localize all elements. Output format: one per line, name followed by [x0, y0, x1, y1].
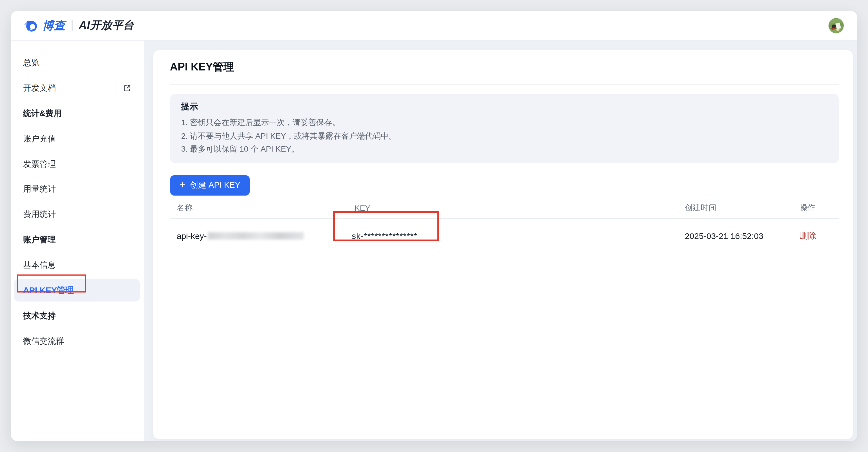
api-key-name-cell: api-key- [170, 231, 348, 241]
sidebar-item-账户充值[interactable]: 账户充值 [11, 126, 144, 151]
api-key-table: 名称 KEY 创建时间 操作 api-key-sk-**************… [170, 198, 839, 253]
sidebar-item-label: 技术支持 [23, 311, 56, 321]
sidebar-nav: 总览开发文档统计&费用账户充值发票管理用量统计费用统计账户管理基本信息API K… [11, 40, 144, 441]
plus-icon: + [180, 180, 185, 190]
sidebar-item-api-key管理[interactable]: API KEY管理 [14, 279, 140, 302]
main-panel: API KEY管理 提示 1. 密钥只会在新建后显示一次，请妥善保存。 2. 请… [153, 50, 852, 439]
tips-box: 提示 1. 密钥只会在新建后显示一次，请妥善保存。 2. 请不要与他人共享 AP… [170, 94, 839, 163]
col-header-action: 操作 [793, 203, 839, 213]
api-key-name-prefix: api-key- [177, 231, 207, 241]
sidebar-item-label: 用量统计 [23, 184, 56, 195]
delete-link[interactable]: 删除 [800, 230, 816, 240]
sidebar-item-label: 微信交流群 [23, 335, 64, 346]
app-window: 博查 AI开放平台 [11, 11, 857, 441]
sidebar-item-label: 账户管理 [23, 234, 56, 245]
tips-title: 提示 [181, 101, 828, 112]
brand-name: 博查 [42, 18, 65, 33]
topbar: 博查 AI开放平台 [11, 11, 857, 40]
sidebar-item-label: API KEY管理 [23, 285, 74, 296]
sidebar-item-label: 费用统计 [23, 209, 56, 220]
sidebar-item-用量统计[interactable]: 用量统计 [11, 177, 144, 202]
col-header-name: 名称 [170, 203, 348, 213]
sidebar-item-费用统计[interactable]: 费用统计 [11, 202, 144, 227]
content-area: API KEY管理 提示 1. 密钥只会在新建后显示一次，请妥善保存。 2. 请… [144, 40, 857, 441]
sidebar-item-label: 基本信息 [23, 260, 56, 270]
table-header-row: 名称 KEY 创建时间 操作 [170, 198, 839, 218]
col-header-key: KEY [348, 203, 678, 213]
sidebar-item-label: 总览 [23, 58, 39, 68]
sidebar-item-技术支持: 技术支持 [11, 303, 144, 329]
create-api-key-label: 创建 API KEY [190, 180, 240, 191]
sidebar-item-开发文档[interactable]: 开发文档 [11, 75, 144, 101]
redacted-name-blur [208, 232, 304, 239]
page-title: API KEY管理 [170, 50, 839, 74]
create-api-key-button[interactable]: + 创建 API KEY [170, 175, 250, 195]
sidebar-item-label: 发票管理 [23, 159, 56, 169]
bocha-logo-icon [23, 18, 38, 33]
sidebar-item-发票管理[interactable]: 发票管理 [11, 151, 144, 177]
sidebar-item-label: 统计&费用 [23, 108, 62, 119]
sidebar-item-总览[interactable]: 总览 [11, 50, 144, 75]
page: 博查 AI开放平台 [0, 0, 868, 452]
table-body: api-key-sk-***************2025-03-21 16:… [170, 218, 839, 253]
platform-name: AI开放平台 [79, 18, 134, 33]
logo-divider [71, 20, 73, 31]
external-link-icon [123, 85, 131, 92]
logo[interactable]: 博查 AI开放平台 [23, 18, 134, 33]
tips-line-2: 2. 请不要与他人共享 API KEY，或将其暴露在客户端代码中。 [181, 129, 828, 142]
sidebar-item-label: 开发文档 [23, 83, 56, 94]
sidebar-item-微信交流群[interactable]: 微信交流群 [11, 329, 144, 354]
title-divider [170, 84, 839, 85]
tips-line-3: 3. 最多可以保留 10 个 API KEY。 [181, 142, 828, 156]
sidebar-item-label: 账户充值 [23, 133, 56, 144]
tips-line-1: 1. 密钥只会在新建后显示一次，请妥善保存。 [181, 116, 828, 129]
api-key-masked-cell: sk-*************** [348, 231, 678, 241]
sidebar-item-统计&费用: 统计&费用 [11, 101, 144, 126]
table-row: api-key-sk-***************2025-03-21 16:… [170, 218, 839, 253]
col-header-created: 创建时间 [678, 203, 793, 213]
user-avatar[interactable] [829, 18, 844, 33]
action-cell: 删除 [793, 230, 839, 241]
body-columns: 总览开发文档统计&费用账户充值发票管理用量统计费用统计账户管理基本信息API K… [11, 40, 857, 441]
masked-key-value: sk-*************** [352, 231, 417, 241]
sidebar-item-账户管理: 账户管理 [11, 227, 144, 253]
created-time-cell: 2025-03-21 16:52:03 [678, 231, 793, 241]
sidebar-item-基本信息[interactable]: 基本信息 [11, 253, 144, 278]
